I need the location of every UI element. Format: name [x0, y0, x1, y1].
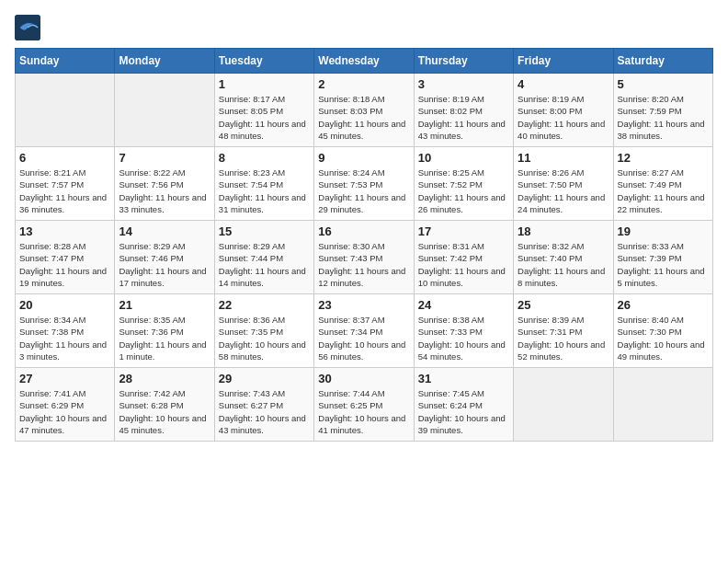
- day-info: Sunrise: 8:31 AM Sunset: 7:42 PM Dayligh…: [418, 240, 509, 289]
- calendar-cell: [613, 368, 712, 442]
- calendar-cell: 9Sunrise: 8:24 AM Sunset: 7:53 PM Daylig…: [314, 147, 414, 221]
- page-header: [15, 15, 713, 40]
- day-info: Sunrise: 8:36 AM Sunset: 7:35 PM Dayligh…: [219, 314, 310, 362]
- weekday-header-tuesday: Tuesday: [214, 49, 313, 74]
- day-info: Sunrise: 7:45 AM Sunset: 6:24 PM Dayligh…: [418, 387, 509, 436]
- calendar-cell: 18Sunrise: 8:32 AM Sunset: 7:40 PM Dayli…: [514, 221, 613, 294]
- weekday-header-wednesday: Wednesday: [314, 49, 414, 74]
- calendar-cell: 29Sunrise: 7:43 AM Sunset: 6:27 PM Dayli…: [214, 368, 313, 442]
- day-info: Sunrise: 8:27 AM Sunset: 7:49 PM Dayligh…: [618, 167, 709, 215]
- day-info: Sunrise: 7:43 AM Sunset: 6:27 PM Dayligh…: [219, 387, 310, 436]
- calendar-cell: 13Sunrise: 8:28 AM Sunset: 7:47 PM Dayli…: [16, 221, 115, 294]
- day-number: 6: [19, 151, 110, 165]
- calendar-cell: 4Sunrise: 8:19 AM Sunset: 8:00 PM Daylig…: [514, 74, 613, 147]
- day-number: 24: [418, 298, 509, 312]
- weekday-header-sunday: Sunday: [16, 49, 115, 74]
- day-info: Sunrise: 8:29 AM Sunset: 7:46 PM Dayligh…: [119, 240, 210, 289]
- day-info: Sunrise: 8:22 AM Sunset: 7:56 PM Dayligh…: [119, 167, 210, 215]
- day-info: Sunrise: 8:34 AM Sunset: 7:38 PM Dayligh…: [19, 314, 110, 362]
- day-info: Sunrise: 8:40 AM Sunset: 7:30 PM Dayligh…: [618, 314, 709, 362]
- calendar-cell: 26Sunrise: 8:40 AM Sunset: 7:30 PM Dayli…: [613, 294, 712, 368]
- calendar-cell: 31Sunrise: 7:45 AM Sunset: 6:24 PM Dayli…: [414, 368, 513, 442]
- day-info: Sunrise: 8:21 AM Sunset: 7:57 PM Dayligh…: [19, 167, 110, 215]
- day-number: 3: [418, 77, 509, 91]
- day-info: Sunrise: 8:33 AM Sunset: 7:39 PM Dayligh…: [618, 240, 709, 289]
- day-info: Sunrise: 8:19 AM Sunset: 8:02 PM Dayligh…: [418, 93, 509, 142]
- day-number: 4: [518, 77, 609, 91]
- weekday-header-friday: Friday: [514, 49, 613, 74]
- day-number: 11: [518, 151, 609, 165]
- calendar-cell: 21Sunrise: 8:35 AM Sunset: 7:36 PM Dayli…: [115, 294, 214, 368]
- calendar-cell: 24Sunrise: 8:38 AM Sunset: 7:33 PM Dayli…: [414, 294, 513, 368]
- day-info: Sunrise: 8:28 AM Sunset: 7:47 PM Dayligh…: [19, 240, 110, 289]
- calendar-cell: 28Sunrise: 7:42 AM Sunset: 6:28 PM Dayli…: [115, 368, 214, 442]
- day-info: Sunrise: 8:39 AM Sunset: 7:31 PM Dayligh…: [518, 314, 609, 362]
- day-number: 7: [119, 151, 210, 165]
- day-number: 22: [219, 298, 310, 312]
- calendar-cell: 16Sunrise: 8:30 AM Sunset: 7:43 PM Dayli…: [314, 221, 414, 294]
- day-number: 31: [418, 372, 509, 385]
- day-info: Sunrise: 8:23 AM Sunset: 7:54 PM Dayligh…: [219, 167, 310, 215]
- day-info: Sunrise: 8:35 AM Sunset: 7:36 PM Dayligh…: [119, 314, 210, 362]
- day-number: 10: [418, 151, 509, 165]
- calendar-week-row: 27Sunrise: 7:41 AM Sunset: 6:29 PM Dayli…: [16, 368, 713, 442]
- day-number: 20: [19, 298, 110, 312]
- day-number: 30: [318, 372, 409, 385]
- calendar-cell: 7Sunrise: 8:22 AM Sunset: 7:56 PM Daylig…: [115, 147, 214, 221]
- calendar-body: 1Sunrise: 8:17 AM Sunset: 8:05 PM Daylig…: [16, 74, 713, 442]
- day-number: 5: [618, 77, 709, 91]
- day-number: 26: [618, 298, 709, 312]
- day-number: 14: [119, 224, 210, 238]
- day-info: Sunrise: 7:41 AM Sunset: 6:29 PM Dayligh…: [19, 387, 110, 436]
- day-info: Sunrise: 7:42 AM Sunset: 6:28 PM Dayligh…: [119, 387, 210, 436]
- calendar-cell: 10Sunrise: 8:25 AM Sunset: 7:52 PM Dayli…: [414, 147, 513, 221]
- day-info: Sunrise: 8:17 AM Sunset: 8:05 PM Dayligh…: [219, 93, 310, 142]
- calendar-cell: 3Sunrise: 8:19 AM Sunset: 8:02 PM Daylig…: [414, 74, 513, 147]
- weekday-header-thursday: Thursday: [414, 49, 513, 74]
- calendar-table: SundayMondayTuesdayWednesdayThursdayFrid…: [15, 48, 713, 442]
- calendar-cell: 19Sunrise: 8:33 AM Sunset: 7:39 PM Dayli…: [613, 221, 712, 294]
- day-number: 2: [318, 77, 409, 91]
- day-number: 1: [219, 77, 310, 91]
- calendar-cell: [514, 368, 613, 442]
- day-number: 13: [19, 224, 110, 238]
- day-info: Sunrise: 8:19 AM Sunset: 8:00 PM Dayligh…: [518, 93, 609, 142]
- day-info: Sunrise: 8:30 AM Sunset: 7:43 PM Dayligh…: [318, 240, 409, 289]
- weekday-header-saturday: Saturday: [613, 49, 712, 74]
- day-info: Sunrise: 8:20 AM Sunset: 7:59 PM Dayligh…: [618, 93, 709, 142]
- calendar-cell: 20Sunrise: 8:34 AM Sunset: 7:38 PM Dayli…: [16, 294, 115, 368]
- day-number: 19: [618, 224, 709, 238]
- calendar-cell: [115, 74, 214, 147]
- day-number: 18: [518, 224, 609, 238]
- day-number: 17: [418, 224, 509, 238]
- calendar-cell: [16, 74, 115, 147]
- day-info: Sunrise: 8:24 AM Sunset: 7:53 PM Dayligh…: [318, 167, 409, 215]
- calendar-cell: 8Sunrise: 8:23 AM Sunset: 7:54 PM Daylig…: [214, 147, 313, 221]
- day-number: 23: [318, 298, 409, 312]
- calendar-cell: 23Sunrise: 8:37 AM Sunset: 7:34 PM Dayli…: [314, 294, 414, 368]
- day-info: Sunrise: 8:26 AM Sunset: 7:50 PM Dayligh…: [518, 167, 609, 215]
- calendar-cell: 6Sunrise: 8:21 AM Sunset: 7:57 PM Daylig…: [16, 147, 115, 221]
- day-number: 28: [119, 372, 210, 385]
- day-number: 21: [119, 298, 210, 312]
- day-info: Sunrise: 7:44 AM Sunset: 6:25 PM Dayligh…: [318, 387, 409, 436]
- day-info: Sunrise: 8:18 AM Sunset: 8:03 PM Dayligh…: [318, 93, 409, 142]
- calendar-cell: 2Sunrise: 8:18 AM Sunset: 8:03 PM Daylig…: [314, 74, 414, 147]
- calendar-cell: 12Sunrise: 8:27 AM Sunset: 7:49 PM Dayli…: [613, 147, 712, 221]
- logo: [15, 15, 44, 40]
- calendar-header: SundayMondayTuesdayWednesdayThursdayFrid…: [16, 49, 713, 74]
- day-number: 15: [219, 224, 310, 238]
- day-info: Sunrise: 8:29 AM Sunset: 7:44 PM Dayligh…: [219, 240, 310, 289]
- logo-icon: [15, 15, 40, 40]
- day-number: 16: [318, 224, 409, 238]
- calendar-cell: 22Sunrise: 8:36 AM Sunset: 7:35 PM Dayli…: [214, 294, 313, 368]
- day-number: 25: [518, 298, 609, 312]
- weekday-header-monday: Monday: [115, 49, 214, 74]
- day-info: Sunrise: 8:37 AM Sunset: 7:34 PM Dayligh…: [318, 314, 409, 362]
- day-info: Sunrise: 8:25 AM Sunset: 7:52 PM Dayligh…: [418, 167, 509, 215]
- calendar-cell: 25Sunrise: 8:39 AM Sunset: 7:31 PM Dayli…: [514, 294, 613, 368]
- calendar-cell: 17Sunrise: 8:31 AM Sunset: 7:42 PM Dayli…: [414, 221, 513, 294]
- calendar-cell: 15Sunrise: 8:29 AM Sunset: 7:44 PM Dayli…: [214, 221, 313, 294]
- calendar-cell: 1Sunrise: 8:17 AM Sunset: 8:05 PM Daylig…: [214, 74, 313, 147]
- calendar-cell: 30Sunrise: 7:44 AM Sunset: 6:25 PM Dayli…: [314, 368, 414, 442]
